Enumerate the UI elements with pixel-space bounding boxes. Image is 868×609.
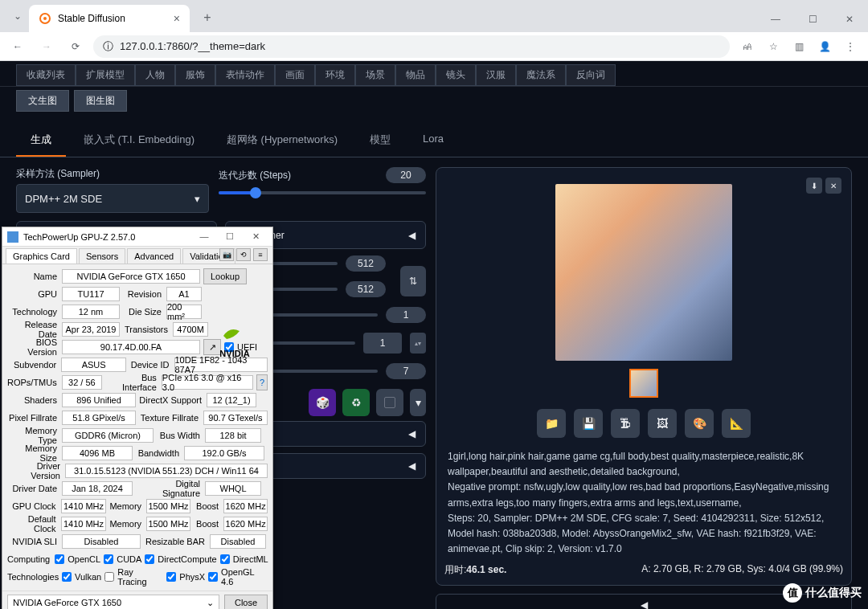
- sampler-label: 采样方法 (Sampler): [16, 167, 209, 181]
- gpuz-maximize[interactable]: ☐: [218, 231, 242, 242]
- cfg-value[interactable]: 7: [386, 363, 426, 379]
- time-label: 用时:: [444, 564, 466, 575]
- stepper-button[interactable]: ▴▾: [410, 333, 426, 354]
- bookmark-icon[interactable]: ☆: [762, 35, 784, 58]
- lookup-button[interactable]: Lookup: [203, 268, 247, 284]
- generated-image[interactable]: [555, 184, 732, 361]
- new-tab-button[interactable]: +: [196, 6, 219, 29]
- forward-button[interactable]: →: [35, 35, 58, 58]
- width-value[interactable]: 512: [346, 255, 386, 272]
- thumbnail[interactable]: [629, 369, 658, 398]
- gpuz-settings-button[interactable]: ≡: [253, 248, 268, 261]
- gpuz-tab-advanced[interactable]: Advanced: [127, 248, 181, 264]
- nav-item[interactable]: 镜头: [436, 64, 476, 86]
- favicon: [39, 12, 51, 25]
- steps-value[interactable]: 20: [386, 167, 426, 183]
- chevron-down-icon: ⌄: [207, 598, 214, 608]
- nav-item[interactable]: 扩展模型: [76, 64, 135, 86]
- back-button[interactable]: ←: [6, 35, 29, 58]
- height-value[interactable]: 512: [346, 281, 386, 297]
- gpu-select-dropdown[interactable]: NVIDIA GeForce GTX 1650⌄: [7, 595, 219, 609]
- tab-generate[interactable]: 生成: [16, 125, 66, 157]
- nav-item[interactable]: 物品: [395, 64, 436, 86]
- save-button[interactable]: 💾: [574, 409, 603, 438]
- minimize-button[interactable]: —: [757, 6, 794, 32]
- sidepanel-icon[interactable]: ▥: [788, 35, 810, 58]
- gpuz-close-button[interactable]: Close: [224, 595, 268, 609]
- extra-button[interactable]: [376, 389, 403, 416]
- send-img-button[interactable]: 🖼: [648, 409, 677, 438]
- close-window-button[interactable]: ✕: [831, 6, 868, 32]
- nav-item[interactable]: 服饰: [175, 64, 215, 86]
- txt2img-button[interactable]: 文生图: [16, 90, 69, 112]
- info-icon: ⓘ: [103, 39, 113, 54]
- nav-item[interactable]: 人物: [135, 64, 175, 86]
- category-nav: 收藏列表 扩展模型 人物 服饰 表情动作 画面 环境 场景 物品 镜头 汉服 魔…: [0, 61, 868, 87]
- address-bar[interactable]: ⓘ 127.0.0.1:7860/?__theme=dark: [93, 35, 730, 58]
- collapse-arrow-icon: ◀: [408, 460, 416, 472]
- opencl-checkbox[interactable]: [55, 554, 64, 564]
- svg-rect-2: [7, 231, 18, 243]
- cuda-checkbox[interactable]: [104, 554, 113, 564]
- watermark-text: 什么值得买: [805, 586, 862, 600]
- prompt-text: 1girl,long hair,pink hair,game game cg,f…: [448, 449, 840, 480]
- reuse-seed-button[interactable]: ♻: [342, 389, 370, 416]
- menu-icon[interactable]: ⋮: [839, 35, 862, 58]
- folder-button[interactable]: 📁: [537, 409, 566, 438]
- directcompute-checkbox[interactable]: [145, 554, 154, 564]
- nav-item[interactable]: 收藏列表: [16, 64, 76, 86]
- dropdown-arrow-icon[interactable]: ▾: [410, 389, 426, 416]
- gpuz-window[interactable]: TechPowerUp GPU-Z 2.57.0 — ☐ ✕ Graphics …: [2, 227, 273, 609]
- img2img-button[interactable]: 图生图: [74, 90, 127, 112]
- maximize-button[interactable]: ☐: [794, 6, 831, 32]
- raytracing-checkbox[interactable]: [104, 572, 114, 582]
- tab-close-icon[interactable]: ×: [174, 12, 180, 25]
- palette-button[interactable]: 🎨: [685, 409, 714, 438]
- sampler-dropdown[interactable]: DPM++ 2M SDE ▾: [16, 184, 209, 213]
- tab-lora[interactable]: Lora: [408, 125, 458, 157]
- gpu-name-field: NVIDIA GeForce GTX 1650: [62, 269, 200, 284]
- opengl-checkbox[interactable]: [208, 572, 218, 582]
- profile-icon[interactable]: 👤: [813, 35, 836, 58]
- watermark: 值 什么值得买: [783, 583, 862, 603]
- steps-slider[interactable]: [219, 191, 426, 194]
- ruler-button[interactable]: 📐: [722, 409, 751, 438]
- random-seed-button[interactable]: 🎲: [309, 389, 336, 416]
- tab-checkpoints[interactable]: 模型: [355, 125, 405, 157]
- browser-tab[interactable]: Stable Diffusion ×: [29, 5, 190, 32]
- nav-item[interactable]: 反向词: [566, 64, 616, 86]
- nav-item[interactable]: 画面: [275, 64, 315, 86]
- gpuz-tab-graphics[interactable]: Graphics Card: [6, 248, 77, 264]
- batch-count-value[interactable]: 1: [386, 307, 426, 323]
- gpuz-minimize[interactable]: —: [192, 231, 216, 242]
- zip-button[interactable]: 🗜: [611, 409, 640, 438]
- download-button[interactable]: ⬇: [806, 178, 822, 194]
- batch-size-value[interactable]: 1: [363, 333, 402, 354]
- nav-item[interactable]: 场景: [355, 64, 395, 86]
- gpuz-tab-sensors[interactable]: Sensors: [79, 248, 125, 264]
- translate-icon[interactable]: 🗚: [736, 35, 759, 58]
- gpuz-refresh-button[interactable]: ⟲: [236, 248, 251, 261]
- steps-label: 迭代步数 (Steps): [219, 169, 291, 182]
- tab-hypernetworks[interactable]: 超网络 (Hypernetworks): [212, 125, 352, 157]
- physx-checkbox[interactable]: [166, 572, 176, 582]
- tab-list-arrow[interactable]: ⌄: [6, 5, 29, 27]
- time-value: 46.1 sec.: [466, 564, 506, 575]
- reload-button[interactable]: ⟳: [64, 35, 87, 58]
- gpuz-titlebar[interactable]: TechPowerUp GPU-Z 2.57.0 — ☐ ✕: [2, 227, 272, 247]
- swap-dimensions-button[interactable]: ⇅: [400, 266, 426, 296]
- nav-item[interactable]: 汉服: [476, 64, 516, 86]
- tab-embedding[interactable]: 嵌入式 (T.I. Embedding): [69, 125, 209, 157]
- vulkan-checkbox[interactable]: [62, 572, 72, 582]
- chevron-down-icon: ▾: [194, 193, 200, 205]
- directml-checkbox[interactable]: [220, 554, 230, 564]
- gpuz-close[interactable]: ✕: [244, 231, 268, 242]
- nav-item[interactable]: 环境: [315, 64, 355, 86]
- svg-point-1: [43, 17, 47, 20]
- gpuz-icon: [7, 231, 18, 243]
- gpuz-screenshot-button[interactable]: 📷: [219, 248, 234, 261]
- close-preview-button[interactable]: ✕: [825, 178, 841, 194]
- bus-info-button[interactable]: ?: [256, 374, 268, 390]
- nav-item[interactable]: 魔法系: [516, 64, 566, 86]
- nav-item[interactable]: 表情动作: [215, 64, 275, 86]
